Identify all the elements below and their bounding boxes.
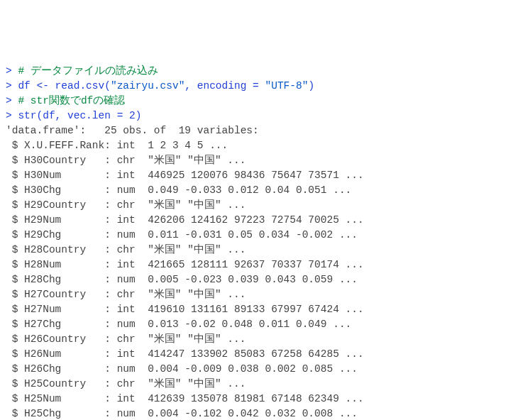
console-output-line: $ H27Country : chr "米国" "中国" ...: [6, 287, 507, 302]
console-output-line: $ H30Country : chr "米国" "中国" ...: [6, 153, 507, 168]
console-output-line: $ H27Num : int 419610 131161 89133 67997…: [6, 302, 507, 317]
console-output-line: $ H30Num : int 446925 120076 98436 75647…: [6, 168, 507, 183]
console-output-line: $ H28Country : chr "米国" "中国" ...: [6, 243, 507, 258]
comment-text: # データファイルの読み込み: [18, 65, 158, 77]
cmd-text: , encoding =: [184, 80, 265, 92]
console-output-line: $ H30Chg : num 0.049 -0.033 0.012 0.04 0…: [6, 183, 507, 198]
out-text: 'data.frame': 25 obs. of 19 variables:: [6, 125, 259, 136]
out-text: $ H29Country : chr "米国" "中国" ...: [6, 199, 246, 211]
console-output-line: $ H27Chg : num 0.013 -0.02 0.048 0.011 0…: [6, 317, 507, 332]
cmd-text: ): [308, 80, 314, 92]
prompt-text: >: [6, 65, 18, 77]
out-text: $ H25Chg : num 0.004 -0.102 0.042 0.032 …: [6, 408, 358, 419]
out-text: $ H27Num : int 419610 131161 89133 67997…: [6, 304, 364, 315]
console-output-line: $ H28Chg : num 0.005 -0.023 0.039 0.043 …: [6, 272, 507, 287]
console-input-line: > # str関数でdfの確認: [6, 94, 507, 109]
console-output-line: $ H25Num : int 412639 135078 81981 67148…: [6, 392, 507, 407]
console-output-line: $ H26Num : int 414247 133902 85083 67258…: [6, 347, 507, 362]
console-output-line: $ H29Chg : num 0.011 -0.031 0.05 0.034 -…: [6, 228, 507, 243]
out-text: $ H28Num : int 421665 128111 92637 70337…: [6, 259, 364, 270]
out-text: $ H25Num : int 412639 135078 81981 67148…: [6, 393, 364, 404]
str-text: "zairyu.csv": [111, 80, 184, 92]
console-input-line: > # データファイルの読み込み: [6, 64, 507, 79]
out-text: $ H26Chg : num 0.004 -0.009 0.038 0.002 …: [6, 363, 358, 375]
out-text: $ H30Chg : num 0.049 -0.033 0.012 0.04 0…: [6, 184, 351, 196]
out-text: $ X.U.FEFF.Rank: int 1 2 3 4 5 ...: [6, 140, 228, 151]
prompt-text: >: [6, 95, 18, 106]
out-text: $ H26Num : int 414247 133902 85083 67258…: [6, 348, 364, 360]
out-text: $ H28Country : chr "米国" "中国" ...: [6, 244, 246, 255]
prompt-text: >: [6, 110, 18, 121]
prompt-text: >: [6, 80, 18, 92]
out-text: $ H27Chg : num 0.013 -0.02 0.048 0.011 0…: [6, 319, 351, 330]
cmd-text: df <- read.csv(: [18, 80, 111, 92]
console-output-line: 'data.frame': 25 obs. of 19 variables:: [6, 123, 507, 138]
str-text: "UTF-8": [265, 80, 308, 92]
console-output-line: $ H29Country : chr "米国" "中国" ...: [6, 198, 507, 213]
console-output-line: $ H26Country : chr "米国" "中国" ...: [6, 332, 507, 347]
console-input-line: > df <- read.csv("zairyu.csv", encoding …: [6, 79, 507, 94]
out-text: $ H30Country : chr "米国" "中国" ...: [6, 155, 246, 166]
cmd-text: str(df, vec.len =: [18, 110, 129, 121]
console-output-line: $ H25Chg : num 0.004 -0.102 0.042 0.032 …: [6, 407, 507, 420]
console-output-line: $ H28Num : int 421665 128111 92637 70337…: [6, 258, 507, 272]
num-text: 2: [129, 110, 136, 121]
out-text: $ H25Country : chr "米国" "中国" ...: [6, 378, 246, 389]
out-text: $ H30Num : int 446925 120076 98436 75647…: [6, 170, 364, 181]
cmd-text: ): [136, 110, 142, 121]
console-output-line: $ H26Chg : num 0.004 -0.009 0.038 0.002 …: [6, 362, 507, 377]
console-input-line: > str(df, vec.len = 2): [6, 109, 507, 123]
console-output-line: $ H29Num : int 426206 124162 97223 72754…: [6, 213, 507, 228]
console-output-line: $ X.U.FEFF.Rank: int 1 2 3 4 5 ...: [6, 138, 507, 153]
out-text: $ H26Country : chr "米国" "中国" ...: [6, 333, 246, 345]
console-output-line: $ H25Country : chr "米国" "中国" ...: [6, 377, 507, 392]
comment-text: # str関数でdfの確認: [18, 95, 125, 106]
out-text: $ H28Chg : num 0.005 -0.023 0.039 0.043 …: [6, 274, 358, 285]
out-text: $ H29Chg : num 0.011 -0.031 0.05 0.034 -…: [6, 229, 358, 241]
r-console-output[interactable]: > # データファイルの読み込み> df <- read.csv("zairyu…: [6, 64, 507, 420]
out-text: $ H29Num : int 426206 124162 97223 72754…: [6, 214, 364, 226]
out-text: $ H27Country : chr "米国" "中国" ...: [6, 289, 246, 300]
